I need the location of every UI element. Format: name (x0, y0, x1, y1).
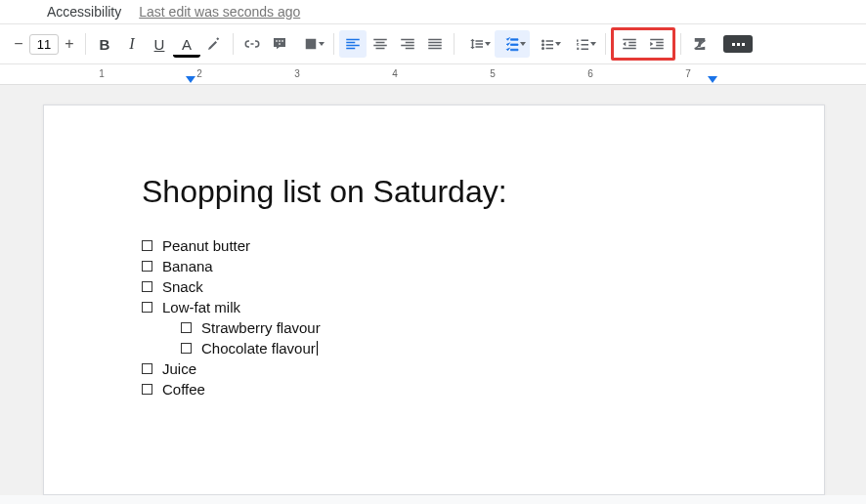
bulleted-list-button[interactable] (530, 30, 565, 58)
ruler-number: 2 (196, 68, 202, 79)
list-item[interactable]: Chocolate flavour (181, 338, 321, 358)
indent-buttons-highlight (611, 27, 675, 61)
checkbox-icon[interactable] (142, 384, 152, 395)
checkbox-icon[interactable] (142, 302, 152, 313)
menubar: Accessibility Last edit was seconds ago (0, 0, 866, 23)
checklist-button[interactable] (495, 30, 530, 58)
add-comment-button[interactable] (266, 30, 293, 58)
align-right-icon (399, 35, 416, 53)
clear-formatting-button[interactable] (686, 30, 714, 58)
align-center-icon (371, 35, 389, 53)
decrease-indent-icon (621, 35, 638, 53)
page-title: Shopping list on Saturday: (142, 174, 726, 210)
clear-formatting-icon (691, 35, 709, 53)
checkbox-icon[interactable] (142, 261, 152, 272)
bulleted-list-icon (539, 35, 556, 53)
align-justify-icon (426, 35, 444, 53)
text-color-button[interactable]: A (173, 34, 200, 58)
last-edit-link[interactable]: Last edit was seconds ago (139, 4, 300, 20)
ruler-number: 4 (392, 68, 398, 79)
ruler: 1 2 3 4 5 6 7 (0, 64, 866, 85)
toolbar: − 11 + B I U A (0, 23, 866, 64)
ruler-number: 1 (99, 68, 105, 79)
underline-button[interactable]: U (146, 30, 173, 58)
checkbox-icon[interactable] (142, 281, 152, 292)
ruler-number: 6 (587, 68, 593, 79)
list-item[interactable]: Snack (142, 276, 726, 297)
menu-accessibility[interactable]: Accessibility (47, 4, 121, 20)
numbered-list-button[interactable] (565, 30, 600, 58)
align-left-button[interactable] (339, 30, 367, 58)
list-item[interactable]: Low-fat milk (142, 297, 726, 317)
input-tools-button[interactable] (723, 35, 753, 53)
checklist: Peanut butter Banana Snack Low-fat milk … (142, 235, 726, 399)
ruler-number: 7 (685, 68, 691, 79)
increase-indent-icon (648, 35, 666, 53)
line-spacing-icon (468, 35, 486, 53)
list-item[interactable]: Banana (142, 256, 726, 276)
ruler-number: 5 (490, 68, 496, 79)
line-spacing-button[interactable] (459, 30, 495, 58)
align-right-button[interactable] (394, 30, 421, 58)
insert-image-button[interactable] (293, 30, 328, 58)
align-left-icon (344, 35, 362, 53)
numbered-list-icon (574, 35, 591, 53)
italic-button[interactable]: I (118, 30, 146, 58)
insert-link-button[interactable] (238, 30, 266, 58)
list-item[interactable]: Strawberry flavour (181, 317, 321, 338)
image-icon (302, 35, 320, 53)
checkbox-icon[interactable] (142, 240, 152, 251)
checkbox-icon[interactable] (181, 343, 192, 354)
checklist-nested: Strawberry flavour Chocolate flavour (181, 317, 321, 358)
increase-indent-button[interactable] (643, 30, 671, 58)
list-item[interactable]: Peanut butter (142, 235, 726, 256)
align-justify-button[interactable] (421, 30, 449, 58)
comment-icon (271, 35, 288, 53)
font-size-input[interactable]: 11 (29, 34, 59, 55)
decrease-indent-button[interactable] (616, 30, 643, 58)
highlighter-icon (205, 35, 223, 53)
checklist-icon (503, 35, 521, 53)
checkbox-icon[interactable] (181, 322, 192, 333)
right-indent-marker[interactable] (708, 76, 717, 83)
document-page[interactable]: Shopping list on Saturday: Peanut butter… (43, 105, 825, 495)
workspace: Shopping list on Saturday: Peanut butter… (0, 85, 866, 495)
checkbox-icon[interactable] (142, 363, 152, 374)
text-cursor (317, 341, 318, 356)
bold-button[interactable]: B (91, 30, 118, 58)
align-center-button[interactable] (367, 30, 394, 58)
highlight-color-button[interactable] (200, 30, 228, 58)
left-indent-marker[interactable] (186, 76, 195, 83)
list-item[interactable]: Coffee (142, 379, 726, 399)
list-item[interactable]: Juice (142, 358, 726, 379)
link-icon (243, 35, 261, 53)
font-size-increase[interactable]: + (59, 35, 80, 53)
font-size-decrease[interactable]: − (8, 35, 29, 53)
ruler-number: 3 (294, 68, 300, 79)
